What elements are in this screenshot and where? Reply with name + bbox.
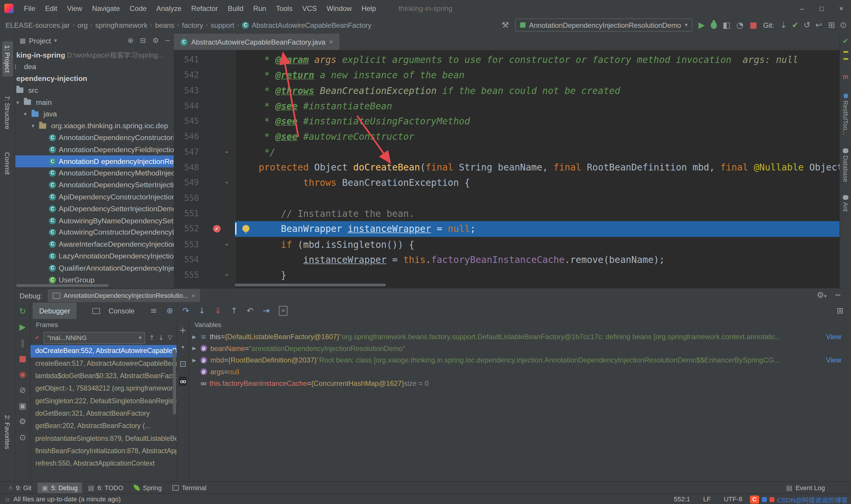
stack-frame[interactable]: preInstantiateSingletons:879, DefaultLis… [31,432,177,445]
tool-strip-database[interactable]: Database [843,148,849,182]
breakpoint-icon[interactable]: ✓ [213,225,221,233]
tool-strip-commit[interactable]: Commit [2,148,13,178]
git-history-icon[interactable]: ↺ [803,21,810,29]
menu-icon[interactable]: ≡ [150,306,157,315]
view-link[interactable]: View [826,332,841,341]
line-number[interactable]: 546 [174,129,199,144]
line-number[interactable]: 554 [174,252,199,267]
code-line-544[interactable]: 544 * @see #instantiateBean [174,98,840,114]
debug-bug-icon[interactable] [711,22,717,29]
code-line-550[interactable]: 550 [174,191,840,206]
build-icon[interactable]: ⚒ [502,21,509,29]
stack-frame[interactable]: finishBeanFactoryInitialization:878, Abs… [31,445,177,457]
locate-icon[interactable]: ⊕ [128,36,133,44]
breadcrumb-item[interactable]: support [211,21,234,29]
force-step-into-icon[interactable]: ⇓ [215,306,221,315]
step-over-icon[interactable]: ↷ [182,306,189,315]
code-line-542[interactable]: 542 * @return a new instance of the bean [174,68,840,83]
code-line-553[interactable]: 553› if (mbd.isSingleton()) { [174,237,840,252]
collapse-icon[interactable]: ⊟ [140,36,146,44]
line-number[interactable]: 555 [174,267,199,283]
variable-row[interactable]: ▶pbeanName = "annotationDependencyInject… [189,343,851,355]
breadcrumb-item[interactable]: beans [155,21,174,29]
mute-breakpoints-icon[interactable]: ⊘ [19,386,26,394]
editor-horizontal-scrollbar[interactable] [235,284,386,286]
menu-view[interactable]: View [62,2,87,14]
tree-item[interactable]: CAnnotationDependencyMethodInjectionDemo [15,167,174,179]
evaluate-icon[interactable]: = [279,306,288,316]
line-number[interactable]: 547 [174,144,199,160]
debug-session-tab[interactable]: AnnotationDependencyInjectionResolutio..… [48,289,200,302]
profiler-icon[interactable]: ◔ [736,21,743,29]
tree-item[interactable]: CAwareInterfaceDependencyInjectionDemo [15,238,174,250]
menu-build[interactable]: Build [223,2,248,14]
tree-item[interactable]: CUserGroup [15,274,174,284]
stop-icon[interactable]: ■ [19,354,26,363]
toolwindow-button-terminal[interactable]: ›Terminal [167,482,211,493]
tab-debugger[interactable]: Debugger [33,303,76,319]
expand-arrow-icon[interactable]: ▾ [16,99,19,105]
drop-frame-icon[interactable]: ↶ [247,306,254,315]
code-line-555[interactable]: 555› } [174,267,840,283]
breadcrumb-item[interactable]: org [77,21,88,29]
tree-item[interactable]: CApiDependencyConstructorInjectionDemo [15,191,174,203]
stack-frame[interactable]: getObject:-1, 758348212 (org.springframe… [31,382,177,395]
copy-stack-icon[interactable]: ⊡ [179,360,186,368]
add-watch-icon[interactable]: + [179,326,186,335]
expand-arrow-icon[interactable]: ▾ [32,123,34,129]
git-revert-icon[interactable]: ↩ [815,21,822,29]
editor-tab[interactable]: C AbstractAutowireCapableBeanFactory.jav… [174,34,340,50]
frames-scrollbar[interactable] [173,349,176,415]
code-line-552[interactable]: 552✓ BeanWrapper instanceWrapper = null; [174,221,840,237]
menu-window[interactable]: Window [322,2,357,14]
pin-icon[interactable]: ⊙ [19,433,26,442]
run-icon[interactable]: ▶ [699,21,705,29]
hide-icon[interactable]: ─ [835,291,840,301]
snapshot-icon[interactable]: ▣ [19,401,26,410]
close-icon[interactable]: × [329,38,333,46]
tab-console[interactable]: Console [86,303,141,319]
line-number[interactable]: 549 [174,175,199,191]
tree-item[interactable]: ▾org.xiaoge.thinking.in.spring.ioc.dep [15,120,174,132]
line-number[interactable]: 553 [174,237,199,252]
todo-icon[interactable]: ▤ [88,483,94,492]
git-commit-icon[interactable]: ✔ [792,21,799,29]
tree-item[interactable]: CAnnotationD ependencyInjectionResolutio… [15,156,174,167]
code-line-547[interactable]: 547› */ [174,144,840,160]
run-to-cursor-icon[interactable]: ⇥ [263,306,270,315]
search-icon[interactable]: ⊙ [840,21,847,29]
menu-run[interactable]: Run [248,2,271,14]
minimize-button[interactable]: – [792,0,812,16]
line-number[interactable]: 543 [174,83,199,98]
menu-code[interactable]: Code [125,2,151,14]
menu-navigate[interactable]: Navigate [87,2,125,14]
tool-strip-ant[interactable]: Ant [843,195,849,212]
close-button[interactable]: × [832,0,851,16]
tree-item[interactable]: CAnnotationDependencyConstructorInjectio… [15,132,174,144]
fold-marker-icon[interactable]: › [219,243,235,246]
expand-arrow-icon[interactable]: ▶ [192,358,201,363]
tool-strip-project[interactable]: 1: Project [2,41,13,76]
menu-help[interactable]: Help [357,2,381,14]
tree-item[interactable]: ▾src [15,85,174,96]
toolwindow-button-git[interactable]: ⑃9: Git [4,482,36,493]
encoding-widget[interactable]: UTF-8 [724,495,743,503]
stack-frame[interactable]: doCreateBean:552, AbstractAutowireCapabl… [31,345,177,358]
line-number[interactable]: 552 [174,221,199,237]
line-number[interactable]: 550 [174,191,199,206]
chevron-down-icon[interactable]: ▾ [54,36,57,45]
toolwindow-button-todo[interactable]: ▤6: TODO [84,482,128,493]
stack-frame[interactable]: getSingleton:222, DefaultSingletonBeanRe… [31,395,177,408]
toolwindow-button-spring[interactable]: Spring [129,482,166,493]
settings-gear-icon[interactable]: ⚙▾ [817,291,827,301]
tree-item[interactable]: dea [15,61,174,73]
close-icon[interactable]: × [192,292,195,299]
coverage-icon[interactable]: ◧ [723,21,730,29]
run-configuration-select[interactable]: AnnotationDependencyInjectionResolutionD… [515,19,693,32]
code-line-543[interactable]: 543 * @throws BeanCreationException if t… [174,83,840,98]
variable-row[interactable]: ▶pmbd = {RootBeanDefinition@2037} "Root … [189,354,851,366]
watches-toggle-icon[interactable]: oo [179,376,187,385]
line-number[interactable]: 551 [174,206,199,221]
variable-row[interactable]: pargs = null [189,366,851,378]
git-update-icon[interactable]: ⇣ [780,21,787,29]
